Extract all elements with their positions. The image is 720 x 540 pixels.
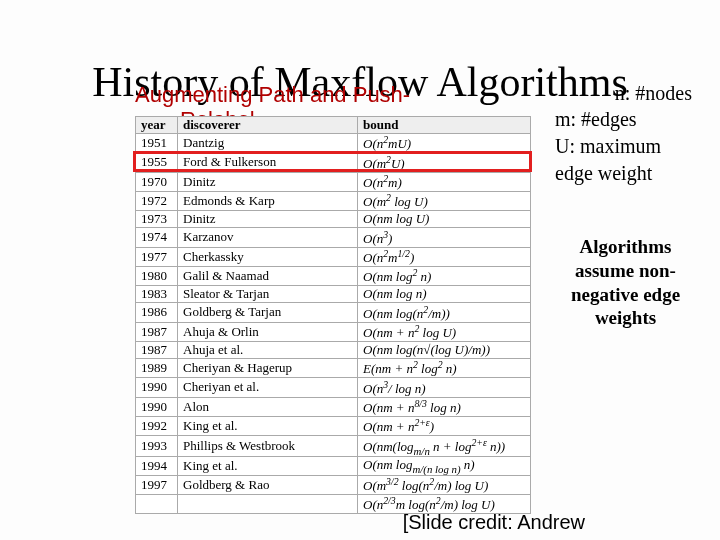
- cell-discoverer: Phillips & Westbrook: [178, 436, 358, 457]
- table-row: 1992King et al.O(nm + n2+ε): [136, 416, 531, 435]
- algorithms-table-wrap: year discoverer bound 1951DantzigO(n2mU)…: [135, 116, 531, 514]
- table-row: 1973DinitzO(nm log U): [136, 211, 531, 228]
- cell-bound: O(nm log U): [358, 211, 531, 228]
- subtitle-line-1: Augmenting Path and Push-: [135, 82, 410, 108]
- table-row: 1951DantzigO(n2mU): [136, 134, 531, 153]
- col-year: year: [136, 117, 178, 134]
- cell-bound: O(nm + n2 log U): [358, 322, 531, 341]
- table-header-row: year discoverer bound: [136, 117, 531, 134]
- cell-year: 1980: [136, 266, 178, 285]
- cell-bound: O(n3/ log n): [358, 378, 531, 397]
- cell-year: 1972: [136, 191, 178, 210]
- cell-discoverer: Ford & Fulkerson: [178, 153, 358, 172]
- cell-bound: O(m2U): [358, 153, 531, 172]
- table-row: 1972Edmonds & KarpO(m2 log U): [136, 191, 531, 210]
- cell-discoverer: Cherkassky: [178, 247, 358, 266]
- cell-bound: O(nm + n2+ε): [358, 416, 531, 435]
- cell-bound: O(nm(logm/n n + log2+ε n)): [358, 436, 531, 457]
- cell-year: 1983: [136, 286, 178, 303]
- cell-bound: O(nm log(n2/m)): [358, 303, 531, 322]
- table-row: 1986Goldberg & TarjanO(nm log(n2/m)): [136, 303, 531, 322]
- cell-year: 1974: [136, 228, 178, 247]
- table-row: 1997Goldberg & RaoO(m3/2 log(n2/m) log U…: [136, 475, 531, 494]
- cell-year: 1989: [136, 358, 178, 377]
- cell-year: 1986: [136, 303, 178, 322]
- cell-discoverer: King et al.: [178, 457, 358, 476]
- col-disc: discoverer: [178, 117, 358, 134]
- legend-block: m: #edges U: maximum edge weight: [555, 80, 700, 187]
- slide-credit: [Slide credit: Andrew: [403, 511, 585, 534]
- table-row: 1990Cheriyan et al.O(n3/ log n): [136, 378, 531, 397]
- cell-year: 1951: [136, 134, 178, 153]
- table-row: 1955Ford & FulkersonO(m2U): [136, 153, 531, 172]
- cell-bound: O(m2 log U): [358, 191, 531, 210]
- cell-discoverer: King et al.: [178, 416, 358, 435]
- cell-year: 1970: [136, 172, 178, 191]
- cell-year: 1973: [136, 211, 178, 228]
- cell-discoverer: Goldberg & Tarjan: [178, 303, 358, 322]
- algorithms-table: year discoverer bound 1951DantzigO(n2mU)…: [135, 116, 531, 514]
- cell-bound: O(n2m): [358, 172, 531, 191]
- cell-discoverer: Edmonds & Karp: [178, 191, 358, 210]
- table-row: 1990AlonO(nm + n8/3 log n): [136, 397, 531, 416]
- table-row: 1987Ahuja & OrlinO(nm + n2 log U): [136, 322, 531, 341]
- table-row: 1977CherkasskyO(n2m1/2): [136, 247, 531, 266]
- cell-discoverer: Ahuja & Orlin: [178, 322, 358, 341]
- cell-bound: O(nm logm/(n log n) n): [358, 457, 531, 476]
- table-row: 1989Cheriyan & HagerupE(nm + n2 log2 n): [136, 358, 531, 377]
- cell-year: 1990: [136, 378, 178, 397]
- cell-year: 1992: [136, 416, 178, 435]
- cell-bound: O(nm log(n√(log U)/m)): [358, 341, 531, 358]
- legend-m: m: #edges: [555, 106, 700, 133]
- legend-u-line1: U: maximum: [555, 133, 700, 160]
- cell-discoverer: Cheriyan & Hagerup: [178, 358, 358, 377]
- legend-u-line2: edge weight: [555, 160, 700, 187]
- side-note: Algorithms assume non-negative edge weig…: [553, 235, 698, 330]
- cell-year: 1990: [136, 397, 178, 416]
- cell-discoverer: Dinitz: [178, 172, 358, 191]
- cell-discoverer: Cheriyan et al.: [178, 378, 358, 397]
- cell-bound: O(m3/2 log(n2/m) log U): [358, 475, 531, 494]
- cell-year: 1955: [136, 153, 178, 172]
- cell-year: 1993: [136, 436, 178, 457]
- cell-discoverer: Sleator & Tarjan: [178, 286, 358, 303]
- cell-discoverer: Galil & Naamad: [178, 266, 358, 285]
- cell-bound: O(n2mU): [358, 134, 531, 153]
- table-row: 1970DinitzO(n2m): [136, 172, 531, 191]
- col-bound: bound: [358, 117, 531, 134]
- table-row: 1983Sleator & TarjanO(nm log n): [136, 286, 531, 303]
- cell-year: [136, 495, 178, 514]
- table-row: 1980Galil & NaamadO(nm log2 n): [136, 266, 531, 285]
- cell-bound: O(n2m1/2): [358, 247, 531, 266]
- cell-discoverer: Alon: [178, 397, 358, 416]
- cell-bound: O(nm log n): [358, 286, 531, 303]
- cell-year: 1977: [136, 247, 178, 266]
- cell-bound: O(nm log2 n): [358, 266, 531, 285]
- cell-discoverer: Goldberg & Rao: [178, 475, 358, 494]
- cell-bound: E(nm + n2 log2 n): [358, 358, 531, 377]
- cell-discoverer: [178, 495, 358, 514]
- cell-year: 1987: [136, 322, 178, 341]
- cell-year: 1994: [136, 457, 178, 476]
- cell-discoverer: Dinitz: [178, 211, 358, 228]
- table-row: 1974KarzanovO(n3): [136, 228, 531, 247]
- cell-discoverer: Dantzig: [178, 134, 358, 153]
- table-row: 1993Phillips & WestbrookO(nm(logm/n n + …: [136, 436, 531, 457]
- cell-year: 1987: [136, 341, 178, 358]
- cell-year: 1997: [136, 475, 178, 494]
- table-row: 1994King et al.O(nm logm/(n log n) n): [136, 457, 531, 476]
- table-row: 1987Ahuja et al.O(nm log(n√(log U)/m)): [136, 341, 531, 358]
- cell-bound: O(n3): [358, 228, 531, 247]
- cell-bound: O(nm + n8/3 log n): [358, 397, 531, 416]
- cell-discoverer: Ahuja et al.: [178, 341, 358, 358]
- cell-discoverer: Karzanov: [178, 228, 358, 247]
